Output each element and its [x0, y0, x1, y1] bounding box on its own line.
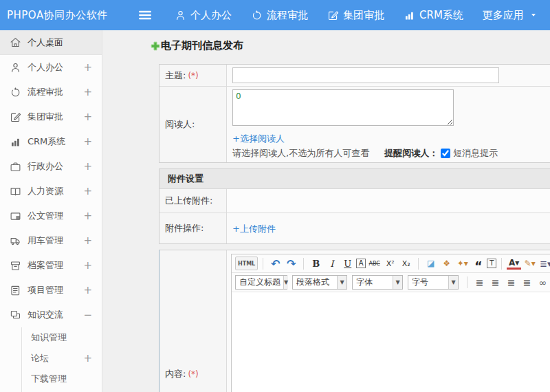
editor-content-area[interactable]	[232, 292, 550, 392]
html-source-button[interactable]: HTML	[235, 257, 258, 270]
menu-toggle-button[interactable]	[138, 8, 153, 23]
sidebar-item-group-approval-toggle[interactable]: +	[83, 111, 92, 123]
align-right-button[interactable]: ≣	[504, 276, 518, 290]
font-size-select-caret-icon: ▼	[448, 276, 458, 289]
sidebar-subitem-public-file-cabinet[interactable]: 公共文件柜	[0, 389, 102, 392]
sidebar-subitem-download-mgmt[interactable]: 下载管理	[0, 369, 102, 389]
superscript-button[interactable]: X²	[383, 257, 397, 270]
underline-button[interactable]: U	[340, 257, 355, 270]
sidebar-item-workflow-approval[interactable]: 流程审批+	[0, 80, 102, 105]
sidebar-item-project-mgmt[interactable]: 项目管理+	[0, 278, 102, 303]
sidebar-item-personal-desktop[interactable]: 个人桌面	[0, 30, 102, 55]
bold-button[interactable]: B	[309, 257, 323, 270]
sidebar-item-vehicle-mgmt[interactable]: 用车管理+	[0, 228, 102, 253]
redo-button[interactable]: ↷	[284, 257, 298, 270]
nav-personal-office[interactable]: 个人办公	[175, 9, 232, 22]
edit-icon	[10, 111, 21, 123]
sms-remind-checkbox[interactable]	[441, 149, 450, 158]
sidebar-item-crm-system-toggle[interactable]: +	[83, 135, 92, 148]
sidebar-item-group-approval[interactable]: 集团审批+	[0, 105, 102, 129]
sidebar-item-hr[interactable]: 人力资源+	[0, 179, 102, 204]
sidebar-item-workflow-approval-toggle[interactable]: +	[83, 86, 92, 98]
sidebar-item-workflow-approval-label: 流程审批	[28, 86, 63, 98]
insert-link-button[interactable]: ∞	[536, 276, 550, 290]
sidebar-item-crm-system[interactable]: CRM系统+	[0, 129, 102, 154]
font-size-select-label: 字号	[412, 276, 428, 288]
heading-style-select[interactable]: 自定义标题▼	[235, 275, 287, 290]
sidebar-item-vehicle-mgmt-toggle[interactable]: +	[83, 235, 92, 247]
nav-personal-office-label: 个人办公	[190, 9, 232, 22]
nav-more-apps-label: 更多应用	[483, 9, 524, 22]
subject-input[interactable]	[232, 67, 499, 83]
subject-label: 主题: (*)	[160, 65, 227, 86]
heading-style-select-label: 自定义标题	[239, 276, 280, 288]
font-family-select[interactable]: 字体▼	[352, 275, 403, 290]
align-justify-button[interactable]: ≣	[520, 276, 534, 290]
sidebar-item-hr-toggle[interactable]: +	[83, 185, 92, 197]
sidebar-item-document-mgmt[interactable]: 公文管理+	[0, 204, 102, 228]
sidebar-item-personal-office[interactable]: 个人办公+	[0, 55, 102, 80]
readers-label: 阅读人:	[160, 87, 227, 162]
select-readers-link[interactable]: +选择阅读人	[232, 133, 285, 145]
paste-as-text-button[interactable]: T	[487, 259, 496, 268]
nav-crm-system[interactable]: CRM系统	[404, 9, 463, 22]
nav-workflow-approval-label: 流程审批	[267, 9, 308, 22]
align-center-button[interactable]: ≣	[488, 276, 503, 290]
upload-attachment-link[interactable]: +上传附件	[232, 223, 276, 235]
align-left-button[interactable]: ≣	[472, 276, 487, 290]
sidebar-subitem-forum[interactable]: 论坛+	[0, 348, 102, 369]
remove-format-button[interactable]: ◪	[424, 257, 438, 270]
font-size-select[interactable]: 字号▼	[408, 275, 459, 290]
rich-text-editor: HTML↶↷BIUAABCX²X₂◪❖✦▾“TA▾✎▾≣▾≣ 自定义标题▼段落格…	[231, 254, 550, 392]
main-content: 电子期刊信息发布 主题: (*) 阅读人:	[102, 30, 550, 392]
font-family-select-label: 字体	[356, 276, 373, 288]
readers-hint-text: 请选择阅读人,不选为所有人可查看	[232, 147, 369, 160]
sidebar-item-knowledge-exchange[interactable]: 知识交流−	[0, 303, 102, 327]
subscript-button[interactable]: X₂	[399, 257, 413, 270]
highlight-color-button[interactable]: ✎▾	[522, 257, 537, 270]
form-row-attachment-actions: 附件操作: +上传附件	[160, 213, 550, 243]
attachment-action-label: 附件操作:	[160, 213, 227, 243]
sidebar-item-admin-office-toggle[interactable]: +	[83, 160, 92, 173]
readers-textarea[interactable]: 0	[232, 89, 454, 126]
sidebar-item-project-mgmt-toggle[interactable]: +	[83, 284, 92, 296]
nav-workflow-approval[interactable]: 流程审批	[251, 9, 308, 22]
main-layout: 个人桌面个人办公+流程审批+集团审批+CRM系统+行政办公+人力资源+公文管理+…	[0, 30, 550, 392]
undo-button[interactable]: ↶	[268, 257, 283, 270]
content-label: 内容: (*)	[160, 250, 227, 392]
app-brand: PHPOA协同办公软件	[0, 9, 138, 22]
edit-icon	[327, 10, 339, 21]
sidebar-item-knowledge-exchange-label: 知识交流	[28, 309, 63, 321]
sidebar-item-archive-mgmt-toggle[interactable]: +	[83, 259, 92, 272]
page-title: 电子期刊信息发布	[151, 39, 550, 52]
quick-format-button[interactable]: ✦▾	[455, 257, 470, 270]
sidebar-item-document-mgmt-toggle[interactable]: +	[83, 210, 92, 222]
form-box-attachments: 附件设置 已上传附件: 附件操作: +上传附件	[159, 168, 550, 244]
blockquote-button[interactable]: “	[471, 257, 485, 270]
strikethrough-button[interactable]: ABC	[367, 257, 382, 270]
sidebar: 个人桌面个人办公+流程审批+集团审批+CRM系统+行政办公+人力资源+公文管理+…	[0, 30, 102, 392]
subject-required-mark: (*)	[188, 71, 198, 80]
doc-icon	[10, 210, 21, 222]
paragraph-format-select[interactable]: 段落格式▼	[292, 275, 347, 290]
ordered-list-button[interactable]: ≣▾	[538, 257, 550, 270]
chart-icon	[10, 136, 21, 148]
nav-more-apps[interactable]: 更多应用	[483, 9, 538, 22]
sidebar-subitem-knowledge-mgmt[interactable]: 知识管理	[0, 327, 102, 348]
remind-readers-label: 提醒阅读人：	[384, 147, 438, 160]
format-brush-button[interactable]: ❖	[439, 257, 454, 270]
sidebar-subitem-forum-toggle[interactable]: +	[83, 352, 92, 364]
caret-down-icon	[529, 11, 538, 19]
sidebar-item-knowledge-exchange-toggle[interactable]: −	[83, 309, 92, 321]
font-style-button[interactable]: A	[356, 259, 366, 268]
topbar-nav: 个人办公流程审批集团审批CRM系统更多应用	[175, 9, 538, 22]
add-plus-icon	[151, 41, 160, 51]
nav-group-approval[interactable]: 集团审批	[327, 9, 384, 22]
font-color-button[interactable]: A▾	[507, 258, 521, 270]
sidebar-item-personal-office-toggle[interactable]: +	[83, 61, 92, 74]
form-box-content: 内容: (*) HTML↶↷BIUAABCX²X₂◪❖✦▾“TA▾✎▾≣▾≣ 自…	[159, 250, 550, 392]
sidebar-item-archive-mgmt[interactable]: 档案管理+	[0, 253, 102, 278]
archive-icon	[10, 260, 21, 272]
italic-button[interactable]: I	[324, 257, 339, 270]
sidebar-item-admin-office[interactable]: 行政办公+	[0, 154, 102, 179]
